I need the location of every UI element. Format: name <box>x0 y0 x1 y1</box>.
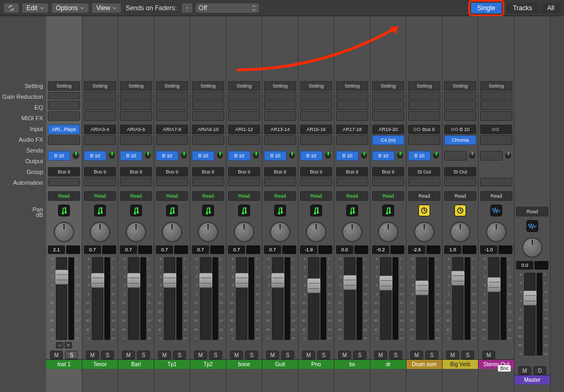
setting-button[interactable]: Setting <box>408 81 440 91</box>
pan-knob[interactable] <box>126 222 146 242</box>
fader-cap[interactable] <box>199 273 213 288</box>
pan-knob[interactable] <box>522 237 542 258</box>
pan-knob[interactable] <box>270 222 290 242</box>
setting-button[interactable]: Setting <box>48 81 80 91</box>
output-slot[interactable]: Bus 9 <box>228 167 260 177</box>
channel-name[interactable]: Master <box>515 375 550 384</box>
fader-cap[interactable] <box>307 278 321 293</box>
group-slot[interactable] <box>300 178 332 186</box>
fader-cap[interactable] <box>271 273 285 288</box>
fader-track[interactable] <box>416 257 427 340</box>
send-slot[interactable]: B 10 <box>300 151 323 161</box>
minus-button[interactable]: − <box>56 342 63 349</box>
fader-cap[interactable] <box>487 277 501 292</box>
channel-name[interactable]: bone <box>226 359 262 369</box>
midi-fx-slot[interactable] <box>156 111 188 121</box>
link-icon-button[interactable] <box>3 3 19 13</box>
audio-fx-slot[interactable] <box>480 135 512 145</box>
fader-cap[interactable] <box>163 273 177 288</box>
input-slot[interactable] <box>480 125 512 134</box>
send-slot[interactable]: B 10 <box>84 151 106 161</box>
eq-slot[interactable] <box>264 100 296 110</box>
mute-button[interactable]: M <box>446 351 459 359</box>
pan-knob[interactable] <box>486 222 506 242</box>
eq-slot[interactable] <box>336 100 368 110</box>
midi-fx-slot[interactable] <box>300 111 332 121</box>
setting-button[interactable]: Setting <box>372 81 404 91</box>
midi-fx-slot[interactable] <box>228 111 260 121</box>
channel-strip[interactable]: SettingAR19-20C4 (m)B 10Bus 9Read-0.2 63… <box>370 16 406 392</box>
output-slot[interactable]: Bus 9 <box>372 167 404 177</box>
setting-button[interactable]: Setting <box>156 81 188 91</box>
channel-name[interactable]: Inst 1 <box>46 359 82 369</box>
all-button[interactable]: All <box>541 3 561 13</box>
send-slot[interactable] <box>480 151 503 161</box>
send-slot[interactable]: B 10 <box>264 151 287 161</box>
channel-strip[interactable]: SettingAR13-14B 10Bus 9Read0.7 630351020… <box>262 16 298 392</box>
output-slot[interactable]: Bus 9 <box>264 167 296 177</box>
automation-mode[interactable]: Read <box>120 191 152 201</box>
eq-slot[interactable] <box>192 100 224 110</box>
audio-fx-slot[interactable] <box>408 135 440 145</box>
audio-fx-slot[interactable] <box>156 135 188 145</box>
input-slot[interactable]: B 10 <box>444 125 476 134</box>
automation-mode[interactable]: Read <box>336 191 368 201</box>
solo-button[interactable]: S <box>353 351 366 359</box>
group-slot[interactable] <box>480 178 512 186</box>
output-slot[interactable]: St Out <box>408 167 440 177</box>
pan-knob[interactable] <box>198 222 218 242</box>
send-level-knob[interactable] <box>180 151 188 160</box>
automation-mode[interactable]: Read <box>48 191 80 201</box>
solo-button[interactable]: S <box>137 351 150 359</box>
options-menu[interactable]: Options <box>51 3 89 13</box>
output-slot[interactable]: Bus 9 <box>48 167 80 177</box>
db-value[interactable]: 2.1 <box>48 245 65 254</box>
group-slot[interactable] <box>156 178 188 186</box>
mute-button[interactable]: M <box>374 351 387 359</box>
midi-fx-slot[interactable] <box>336 111 368 121</box>
channel-name[interactable]: Bari <box>118 359 154 369</box>
pan-knob[interactable] <box>450 222 470 242</box>
send-level-knob[interactable] <box>288 151 296 160</box>
midi-fx-slot[interactable] <box>264 111 296 121</box>
fader-cap[interactable] <box>343 275 357 290</box>
audio-fx-slot[interactable] <box>84 135 116 145</box>
solo-button[interactable]: S <box>245 351 258 359</box>
audio-fx-slot[interactable]: Chroma <box>444 135 476 145</box>
single-button[interactable]: Single <box>471 3 502 13</box>
channel-name[interactable]: Drum sum <box>406 359 442 369</box>
output-slot[interactable]: Bus 9 <box>84 167 116 177</box>
eq-slot[interactable] <box>156 100 188 110</box>
pan-knob[interactable] <box>162 222 182 242</box>
group-slot[interactable] <box>264 178 296 186</box>
fader-track[interactable] <box>488 257 499 340</box>
output-slot[interactable]: Bus 9 <box>120 167 152 177</box>
eq-slot[interactable] <box>228 100 260 110</box>
group-slot[interactable] <box>408 178 440 186</box>
send-level-knob[interactable] <box>72 151 80 160</box>
fader-cap[interactable] <box>451 271 465 286</box>
eq-slot[interactable] <box>120 100 152 110</box>
solo-button[interactable]: S <box>425 351 438 359</box>
channel-name[interactable]: Guit <box>262 359 298 369</box>
output-slot[interactable]: St Out <box>444 167 476 177</box>
send-level-knob[interactable] <box>252 151 260 160</box>
setting-button[interactable]: Setting <box>444 81 476 91</box>
db-value[interactable]: 0.7 <box>120 245 137 254</box>
mute-button[interactable]: M <box>482 351 495 359</box>
edit-menu[interactable]: Edit <box>22 3 49 13</box>
send-slot[interactable]: B 10 <box>48 151 70 161</box>
channel-strip[interactable]: SettingARI1-12B 10Bus 9Read0.7 630351020… <box>226 16 262 392</box>
audio-fx-slot[interactable] <box>120 135 152 145</box>
fader-track[interactable] <box>92 257 103 340</box>
input-slot[interactable]: AR17-18 <box>336 125 368 134</box>
automation-mode[interactable]: Read <box>228 191 260 201</box>
send-slot[interactable]: B 10 <box>336 151 359 161</box>
mute-button[interactable]: M <box>410 351 423 359</box>
channel-strip[interactable]: SettingBus 9B 10St OutRead-2.6 630351020… <box>406 16 442 392</box>
solo-button[interactable]: S <box>317 351 330 359</box>
automation-mode[interactable]: Read <box>444 191 476 201</box>
fader-cap[interactable] <box>235 273 249 288</box>
setting-button[interactable]: Setting <box>336 81 368 91</box>
fader-cap[interactable] <box>415 280 429 295</box>
